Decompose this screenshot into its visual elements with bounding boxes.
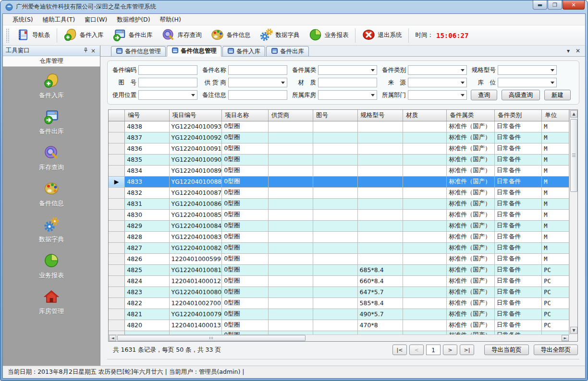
close-button[interactable]: ✕ xyxy=(563,0,585,10)
search-field-combobox[interactable] xyxy=(138,90,197,100)
table-row[interactable]: 4836YG122040100910型圈标准件（国产）日常备件M xyxy=(109,143,569,154)
menu-item[interactable]: 窗口(W) xyxy=(80,14,112,25)
row-header-cell[interactable] xyxy=(109,143,125,154)
scroll-down-icon[interactable]: ▼ xyxy=(570,327,577,334)
toolbar-button-navigator[interactable]: 导航条 xyxy=(12,26,55,45)
sidebar-item-report[interactable]: 业务报表 xyxy=(23,252,80,280)
dropdown-arrow-icon[interactable] xyxy=(549,67,555,73)
menu-item[interactable]: 数据维护(D) xyxy=(112,14,155,25)
menu-item[interactable]: 帮助(H) xyxy=(155,14,186,25)
search-field-combobox[interactable] xyxy=(498,78,557,87)
next-page-button[interactable]: > xyxy=(443,345,457,355)
search-field-input[interactable] xyxy=(138,78,197,87)
row-header-cell[interactable] xyxy=(109,154,125,165)
dropdown-arrow-icon[interactable] xyxy=(549,80,555,86)
export-current-page-button[interactable]: 导出当前页 xyxy=(484,345,529,355)
toolbar-button-parts-in[interactable]: 备件入库 xyxy=(59,26,108,45)
table-row[interactable]: 4837YG122040100920型圈标准件（国产）日常备件M xyxy=(109,132,569,143)
row-header-cell[interactable]: ▶ xyxy=(109,176,125,187)
minimize-button[interactable]: ▬ xyxy=(533,0,547,10)
row-header-cell[interactable] xyxy=(109,320,125,331)
toolbar-grip[interactable] xyxy=(6,28,10,43)
table-row[interactable]: 482012204014000130型圈470*8标准件（国产）日常备件PC xyxy=(109,320,569,331)
search-field-combobox[interactable] xyxy=(408,90,467,100)
row-header-cell[interactable] xyxy=(109,298,125,309)
dropdown-arrow-icon[interactable] xyxy=(369,67,376,73)
grid-column-header[interactable]: 项目名称 xyxy=(222,110,269,121)
grid-column-header[interactable]: 单位 xyxy=(542,110,569,121)
grid-column-header[interactable]: 编号 xyxy=(125,110,169,121)
row-header-cell[interactable] xyxy=(109,132,125,143)
scroll-left-icon[interactable]: ◄ xyxy=(109,335,116,341)
toolbar-button-parts-out[interactable]: 备件出库 xyxy=(108,26,157,45)
table-row[interactable]: 4831YG122040100860型圈标准件（国产）日常备件M xyxy=(109,198,569,209)
table-row[interactable]: 4834YG122040100890型圈标准件（国产）日常备件M xyxy=(109,165,569,176)
tab-active-1[interactable]: 备件信息管理 xyxy=(167,46,221,57)
table-row[interactable]: ▶4833YG122040100880型圈标准件（国产）日常备件M xyxy=(109,176,569,187)
dropdown-arrow-icon[interactable] xyxy=(459,80,466,86)
table-row[interactable]: 4828YG122040100830型圈标准件（国产）日常备件M xyxy=(109,231,569,242)
dropdown-arrow-icon[interactable] xyxy=(369,92,376,98)
search-field-input[interactable] xyxy=(318,78,377,87)
grid-column-header[interactable]: 材质 xyxy=(403,110,447,121)
grid-column-header[interactable]: 备件属类 xyxy=(447,110,495,121)
row-header-cell[interactable] xyxy=(109,209,125,220)
grid-corner-header[interactable] xyxy=(109,110,125,121)
dropdown-arrow-icon[interactable] xyxy=(280,80,286,86)
prev-page-button[interactable]: < xyxy=(409,345,424,355)
grid-column-header[interactable]: 备件类别 xyxy=(495,110,542,121)
row-header-cell[interactable] xyxy=(109,220,125,231)
table-row[interactable]: 4821YG122040100790型圈490*5.7标准件（国产）日常备件PC xyxy=(109,309,569,320)
tool-window-close-icon[interactable]: × xyxy=(89,48,97,54)
menu-item[interactable]: 系统(S) xyxy=(8,14,38,25)
row-header-cell[interactable] xyxy=(109,309,125,320)
toolbar-button-exit[interactable]: 退出系统 xyxy=(357,26,406,45)
tab-close-icon[interactable]: ✕ xyxy=(576,48,580,54)
search-field-input[interactable] xyxy=(228,65,287,75)
row-header-cell[interactable] xyxy=(109,187,125,198)
search-field-combobox[interactable] xyxy=(498,65,557,75)
table-row[interactable]: 482412204014000120型圈660*8.4标准件（国产）日常备件PC xyxy=(109,275,569,286)
search-field-input[interactable] xyxy=(228,90,287,100)
query-button[interactable]: 查询 xyxy=(471,90,497,100)
grid-column-header[interactable]: 供货商 xyxy=(268,110,313,121)
row-header-cell[interactable] xyxy=(109,121,125,132)
scroll-up-icon[interactable]: ▲ xyxy=(570,110,577,118)
vertical-scroll-thumb[interactable] xyxy=(570,119,577,192)
pin-icon[interactable] xyxy=(82,48,89,54)
sidebar-item-parts-out[interactable]: 备件出库 xyxy=(23,108,80,136)
sidebar-item-parts-in[interactable]: 备件入库 xyxy=(23,72,80,100)
grid-column-header[interactable]: 规格型号 xyxy=(357,110,403,121)
table-row[interactable]: 4823YG122040100800型圈647*5.7标准件（国产）日常备件PC xyxy=(109,286,569,298)
maximize-button[interactable]: ❐ xyxy=(548,0,562,10)
table-row[interactable]: 482212204010027000型圈585*8.4标准件（国产）日常备件PC xyxy=(109,298,569,309)
tab-list-dropdown-icon[interactable]: ▾ xyxy=(567,48,570,54)
row-header-cell[interactable] xyxy=(109,231,125,242)
row-header-cell[interactable] xyxy=(109,198,125,209)
dropdown-arrow-icon[interactable] xyxy=(459,67,466,73)
last-page-button[interactable]: >| xyxy=(460,345,474,355)
vertical-scrollbar[interactable]: ▲ ▼ xyxy=(569,110,577,334)
table-row[interactable]: 4835YG122040100900型圈标准件（国产）日常备件M xyxy=(109,154,569,165)
horizontal-scrollbar[interactable]: ◄ ► xyxy=(109,334,569,341)
search-field-combobox[interactable] xyxy=(228,78,287,87)
toolbar-button-stock-query[interactable]: 库存查询 xyxy=(157,26,206,45)
table-row[interactable]: 4838YG122040100930型圈标准件（国产）日常备件M xyxy=(109,121,569,132)
row-header-cell[interactable] xyxy=(109,242,125,253)
search-field-combobox[interactable] xyxy=(408,78,467,87)
table-row[interactable]: 4830YG122040100850型圈标准件（国产）日常备件M xyxy=(109,209,569,220)
row-header-cell[interactable] xyxy=(109,275,125,286)
table-row[interactable]: 4832YG122040100870型圈标准件（国产）日常备件M xyxy=(109,187,569,198)
page-number-input[interactable]: 1 xyxy=(426,345,441,355)
toolbar-button-data-dict[interactable]: 数据字典 xyxy=(255,26,304,45)
tab-3[interactable]: 备件出库 xyxy=(266,46,309,56)
grid-column-header[interactable]: 项目编号 xyxy=(169,110,222,121)
row-header-cell[interactable] xyxy=(109,331,125,334)
menu-item[interactable]: 辅助工具(T) xyxy=(38,14,80,25)
row-header-cell[interactable] xyxy=(109,165,125,176)
tab-2[interactable]: 备件入库 xyxy=(222,46,265,56)
horizontal-scroll-thumb[interactable] xyxy=(117,335,306,341)
table-row[interactable]: 4829YG122040100840型圈标准件（国产）日常备件M xyxy=(109,220,569,231)
search-field-combobox[interactable] xyxy=(318,65,377,75)
sidebar-item-data-dict[interactable]: 数据字典 xyxy=(23,216,80,244)
